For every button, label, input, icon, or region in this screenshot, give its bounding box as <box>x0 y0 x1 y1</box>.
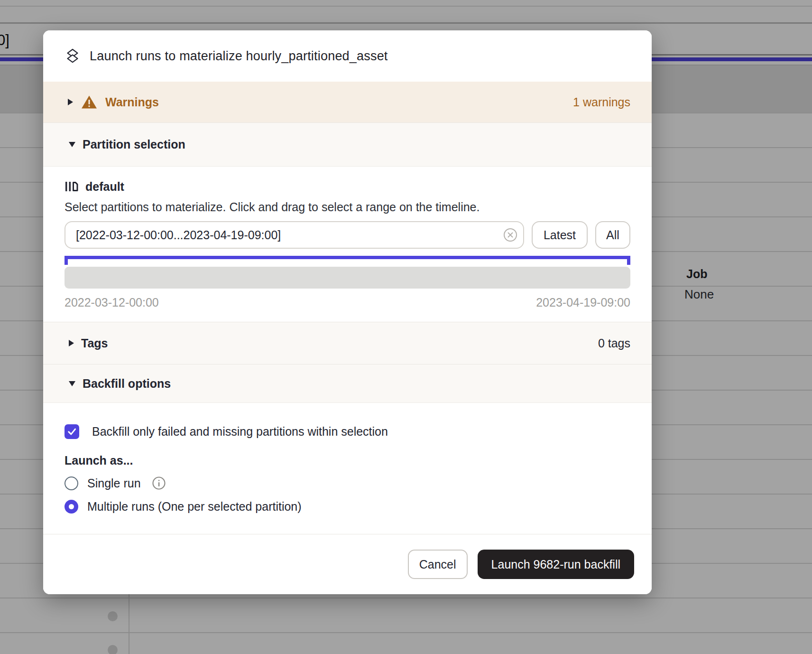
partition-set-icon <box>65 179 79 194</box>
multiple-runs-radio[interactable] <box>65 500 78 514</box>
chevron-down-icon <box>69 142 75 147</box>
multiple-runs-label: Multiple runs (One per selected partitio… <box>87 500 302 514</box>
screen: 0] Job None Launch runs to materialize h… <box>0 0 812 654</box>
selection-range-bracket <box>65 256 630 265</box>
launch-as-label: Launch as... <box>65 454 630 467</box>
backfill-options-body: Backfill only failed and missing partiti… <box>43 402 652 534</box>
circle-x-icon <box>503 228 517 242</box>
launch-backfill-button[interactable]: Launch 9682-run backfill <box>478 550 634 579</box>
single-run-radio[interactable] <box>65 476 78 490</box>
partition-timeline[interactable] <box>65 267 630 289</box>
clear-selection-button[interactable] <box>503 228 517 242</box>
timeline-end-label: 2023-04-19-09:00 <box>536 296 630 309</box>
warnings-label: Warnings <box>105 95 159 109</box>
checkmark-icon <box>66 426 78 438</box>
launch-backfill-dialog: Launch runs to materialize hourly_partit… <box>43 30 652 594</box>
partition-range-input[interactable] <box>65 221 524 249</box>
backfill-options-toggle[interactable]: Backfill options <box>43 364 652 402</box>
single-run-label: Single run <box>87 476 141 490</box>
warning-triangle-icon <box>81 95 97 109</box>
partition-selection-body: default Select partitions to materialize… <box>43 166 652 322</box>
dimension-name: default <box>85 180 124 194</box>
partition-selection-title: Partition selection <box>83 138 185 151</box>
tags-section-toggle[interactable]: Tags 0 tags <box>43 322 652 364</box>
warnings-count: 1 warnings <box>573 95 630 109</box>
dialog-title: Launch runs to materialize hourly_partit… <box>90 49 388 64</box>
failed-missing-checkbox-label: Backfill only failed and missing partiti… <box>92 425 388 439</box>
warnings-section-toggle[interactable]: Warnings 1 warnings <box>43 82 652 122</box>
tags-count: 0 tags <box>598 336 630 350</box>
info-icon <box>152 476 166 490</box>
partition-selection-toggle[interactable]: Partition selection <box>43 122 652 166</box>
chevron-right-icon <box>69 340 74 346</box>
chevron-right-icon <box>68 99 73 105</box>
latest-button[interactable]: Latest <box>532 221 588 249</box>
all-button[interactable]: All <box>595 221 630 249</box>
dialog-header: Launch runs to materialize hourly_partit… <box>43 30 652 82</box>
asset-layers-icon <box>65 48 81 64</box>
failed-missing-checkbox[interactable] <box>65 424 79 439</box>
partition-selection-description: Select partitions to materialize. Click … <box>65 200 630 215</box>
cancel-button[interactable]: Cancel <box>408 550 468 579</box>
chevron-down-icon <box>69 381 75 386</box>
timeline-start-label: 2022-03-12-00:00 <box>65 296 159 309</box>
single-run-info-button[interactable] <box>152 476 166 490</box>
tags-title: Tags <box>81 336 108 350</box>
backfill-options-title: Backfill options <box>83 377 171 391</box>
dialog-footer: Cancel Launch 9682-run backfill <box>43 534 652 594</box>
